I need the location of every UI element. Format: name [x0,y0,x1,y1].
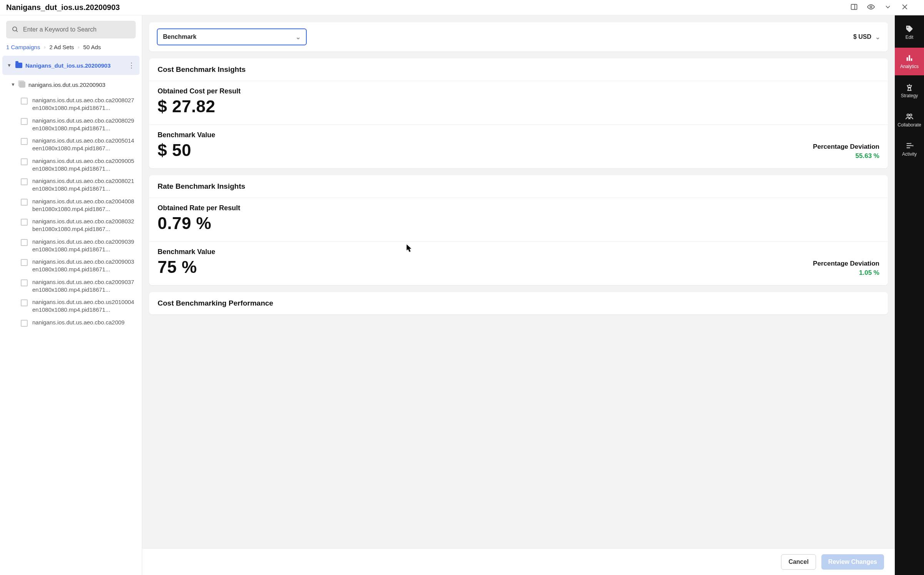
nav-activity-label: Activity [902,151,917,157]
benchmark-rate-label: Benchmark Value [158,248,215,256]
breadcrumb-adsets[interactable]: 2 Ad Sets [49,44,74,50]
tree-campaign-label: Nanigans_dut_ios.us.20200903 [25,62,111,69]
svg-point-11 [907,114,909,116]
eye-icon[interactable] [867,3,875,12]
nav-edit-label: Edit [906,35,914,40]
tree-ad-row[interactable]: nanigans.ios.dut.us.aeo.cbo.ca2009005en1… [0,155,142,175]
obtained-cost-value: $ 27.82 [158,97,241,116]
cancel-button[interactable]: Cancel [781,554,816,570]
tree-ad-row[interactable]: nanigans.ios.dut.us.aeo.cbo.ca2009039en1… [0,236,142,256]
svg-rect-9 [909,55,910,61]
search-input[interactable] [23,26,130,33]
search-input-wrap[interactable] [6,21,136,38]
tree-adset-row[interactable]: ▼ nanigans.ios.dut.us.20200903 [0,75,142,94]
tree-ad-label: nanigans.ios.dut.us.aeo.cbo.ca2009005en1… [32,157,137,173]
ad-thumbnail-icon [21,259,28,266]
tree-ad-row[interactable]: nanigans.ios.dut.us.aeo.cbo.us2010004en1… [0,296,142,316]
obtained-rate-row: Obtained Rate per Result 0.79 % [149,198,888,242]
svg-rect-0 [851,4,857,9]
tree-ad-row[interactable]: nanigans.ios.dut.us.aeo.cbo.ca2008027en1… [0,94,142,115]
tree-ad-label: nanigans.ios.dut.us.aeo.cbo.ca2004008ben… [32,198,137,213]
folder-icon [15,63,22,68]
nav-strategy-label: Strategy [901,93,918,98]
nav-edit[interactable]: Edit [895,18,924,46]
campaign-tree: ▼ Nanigans_dut_ios.us.20200903 ⋮ ▼ nanig… [0,54,142,575]
svg-point-12 [910,114,912,116]
tree-ad-row[interactable]: nanigans.ios.dut.us.aeo.cbo.ca2009003en1… [0,256,142,276]
nav-analytics-label: Analytics [900,64,919,69]
review-changes-button[interactable]: Review Changes [821,554,884,570]
ad-thumbnail-icon [21,279,28,286]
cost-perf-header: Cost Benchmarking Performance [149,292,888,314]
caret-down-icon[interactable]: ▼ [7,63,12,68]
svg-point-2 [870,6,872,8]
tree-ad-label: nanigans.ios.dut.us.aeo.cbo.ca2009 [32,319,125,326]
cost-deviation-label: Percentage Deviation [813,143,879,151]
ad-thumbnail-icon [21,138,28,145]
page-title: Nanigans_dut_ios.us.20200903 [6,3,850,12]
tree-adset-label: nanigans.ios.dut.us.20200903 [28,81,105,88]
benchmark-cost-label: Benchmark Value [158,131,215,139]
tree-ad-label: nanigans.ios.dut.us.aeo.cbo.ca2009003en1… [32,258,137,274]
chevron-down-icon: ⌄ [875,33,880,41]
svg-point-7 [907,27,909,28]
tree-ad-row[interactable]: nanigans.ios.dut.us.aeo.cbo.ca2008021en1… [0,175,142,195]
tree-ad-row[interactable]: nanigans.ios.dut.us.aeo.cbo.ca2005014een… [0,135,142,155]
tree-ad-label: nanigans.ios.dut.us.aeo.cbo.ca2008027en1… [32,96,137,112]
more-icon[interactable]: ⋮ [128,61,135,70]
tree-ad-label: nanigans.ios.dut.us.aeo.cbo.ca2008032ben… [32,218,137,233]
tree-ad-label: nanigans.ios.dut.us.aeo.cbo.ca2008029en1… [32,117,137,133]
tree-ad-label: nanigans.ios.dut.us.aeo.cbo.ca2009039en1… [32,238,137,254]
search-icon [12,26,23,34]
ad-thumbnail-icon [21,199,28,206]
benchmark-cost-value: $ 50 [158,141,215,160]
tree-ad-row[interactable]: nanigans.ios.dut.us.aeo.cbo.ca2008032ben… [0,215,142,236]
breadcrumb-campaigns[interactable]: 1 Campaigns [6,44,40,50]
close-icon[interactable] [901,3,909,12]
tree-campaign-row[interactable]: ▼ Nanigans_dut_ios.us.20200903 ⋮ [2,56,140,75]
benchmark-rate-value: 75 % [158,258,215,277]
rate-deviation-label: Percentage Deviation [813,260,879,268]
svg-rect-10 [911,58,912,61]
nav-strategy[interactable]: Strategy [895,77,924,105]
chevron-down-icon[interactable] [884,3,892,12]
cost-insights-card: Cost Benchmark Insights Obtained Cost pe… [149,58,888,168]
tree-ad-label: nanigans.ios.dut.us.aeo.cbo.ca2009037en1… [32,278,137,294]
title-bar: Nanigans_dut_ios.us.20200903 [0,0,924,15]
ad-thumbnail-icon [21,219,28,226]
tree-ad-row[interactable]: nanigans.ios.dut.us.aeo.cbo.ca2004008ben… [0,195,142,216]
nav-collaborate[interactable]: Collaborate [895,106,924,134]
cost-perf-card: Cost Benchmarking Performance [149,292,888,314]
view-select[interactable]: Benchmark ⌄ [157,28,307,45]
right-nav: Edit Analytics Strategy Collaborate Acti… [895,15,924,575]
tree-ad-row[interactable]: nanigans.ios.dut.us.aeo.cbo.ca2008029en1… [0,115,142,135]
main-content: Benchmark ⌄ $ USD ⌄ Cost Benchmark Insig… [142,15,895,575]
chevron-down-icon: ⌄ [296,33,301,41]
nav-analytics[interactable]: Analytics [895,48,924,75]
caret-down-icon[interactable]: ▼ [11,82,16,87]
ad-thumbnail-icon [21,98,28,105]
chevron-right-icon: › [44,45,45,50]
view-select-label: Benchmark [163,33,196,40]
layout-icon[interactable] [850,3,858,12]
controls-card: Benchmark ⌄ $ USD ⌄ [149,22,888,52]
breadcrumbs: 1 Campaigns › 2 Ad Sets › 50 Ads [0,42,142,54]
obtained-rate-label: Obtained Rate per Result [158,204,240,212]
obtained-cost-label: Obtained Cost per Result [158,87,241,95]
breadcrumb-ads[interactable]: 50 Ads [83,44,101,50]
rate-insights-header: Rate Benchmark Insights [149,175,888,198]
tree-ad-row[interactable]: nanigans.ios.dut.us.aeo.cbo.ca2009 [0,316,142,329]
tree-ad-label: nanigans.ios.dut.us.aeo.cbo.ca2008021en1… [32,177,137,193]
ad-thumbnail-icon [21,158,28,165]
ad-thumbnail-icon [21,239,28,246]
rate-insights-card: Rate Benchmark Insights Obtained Rate pe… [149,175,888,285]
benchmark-cost-row: Benchmark Value $ 50 Percentage Deviatio… [149,125,888,168]
tree-ad-row[interactable]: nanigans.ios.dut.us.aeo.cbo.ca2009037en1… [0,276,142,296]
nav-activity[interactable]: Activity [895,135,924,163]
obtained-cost-row: Obtained Cost per Result $ 27.82 [149,81,888,125]
currency-select[interactable]: $ USD ⌄ [853,33,880,41]
benchmark-rate-row: Benchmark Value 75 % Percentage Deviatio… [149,242,888,285]
adset-icon [19,81,25,88]
obtained-rate-value: 0.79 % [158,214,240,233]
ad-thumbnail-icon [21,320,28,327]
